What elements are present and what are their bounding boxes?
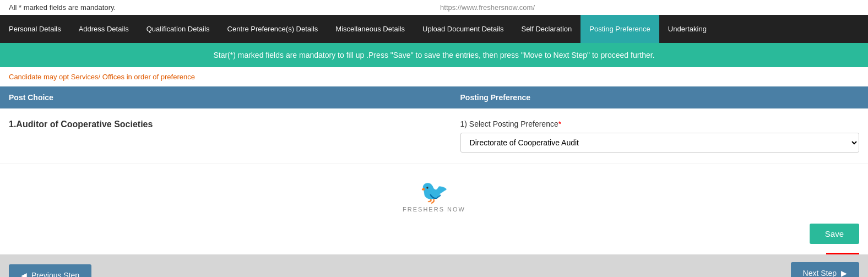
prev-arrow-icon: ◀ (21, 271, 27, 278)
top-bar: All * marked fields are mandatory. https… (0, 0, 868, 15)
required-indicator: * (558, 120, 561, 128)
mandatory-text: All * marked fields are mandatory. (9, 3, 116, 12)
nav-item-qualification-details[interactable]: Qualification Details (138, 15, 219, 43)
logo-text: FRESHERS NOW (0, 206, 868, 213)
logo-area: 🐦 FRESHERS NOW (0, 164, 868, 218)
nav-item-upload-document[interactable]: Upload Document Details (414, 15, 512, 43)
prev-label: Previous Step (31, 271, 79, 278)
main-content: Star(*) marked fields are mandatory to f… (0, 43, 868, 254)
next-arrow-icon: ▶ (841, 269, 847, 277)
nav-item-self-declaration[interactable]: Self Declaration (512, 15, 581, 43)
nav-item-personal-details[interactable]: Personal Details (0, 15, 70, 43)
next-step-button[interactable]: Next Step ▶ (791, 262, 859, 277)
next-label: Next Step (803, 269, 837, 277)
table-header-row: Post Choice Posting Preference (0, 86, 868, 108)
nav-item-miscellaneous-details[interactable]: Miscellaneous Details (327, 15, 414, 43)
main-nav: Personal DetailsAddress DetailsQualifica… (0, 15, 868, 43)
subtext: Candidate may opt Services/ Offices in o… (0, 67, 868, 86)
col-post-choice: Post Choice (0, 86, 452, 108)
posting-preference-select[interactable]: Directorate of Cooperative AuditOption 2… (460, 133, 859, 153)
previous-step-button[interactable]: ◀ Previous Step (9, 264, 91, 278)
posting-preference-label: 1) Select Posting Preference* (460, 120, 859, 128)
logo-bird: 🐦 (0, 181, 868, 204)
nav-item-undertaking[interactable]: Undertaking (659, 15, 715, 43)
nav-item-posting-preference[interactable]: Posting Preference (581, 15, 659, 43)
footer-bar: ◀ Previous Step Next Step ▶ (0, 254, 868, 277)
banner-text: Star(*) marked fields are mandatory to f… (213, 51, 654, 59)
nav-item-centre-preference[interactable]: Centre Preference(s) Details (219, 15, 327, 43)
url-display: https://www.freshersnow.com/ (440, 3, 535, 12)
nav-item-address-details[interactable]: Address Details (70, 15, 138, 43)
next-area: Next Step ▶ (791, 262, 859, 277)
table-row: 1.Auditor of Cooperative Societies1) Sel… (0, 108, 868, 164)
save-button[interactable]: Save (810, 224, 859, 244)
save-area: Save (0, 218, 868, 253)
post-choice-cell: 1.Auditor of Cooperative Societies (0, 108, 452, 164)
posting-preference-table: Post Choice Posting Preference 1.Auditor… (0, 86, 868, 164)
posting-preference-cell: 1) Select Posting Preference*Directorate… (452, 108, 868, 164)
col-posting-preference: Posting Preference (452, 86, 868, 108)
info-banner: Star(*) marked fields are mandatory to f… (0, 43, 868, 67)
